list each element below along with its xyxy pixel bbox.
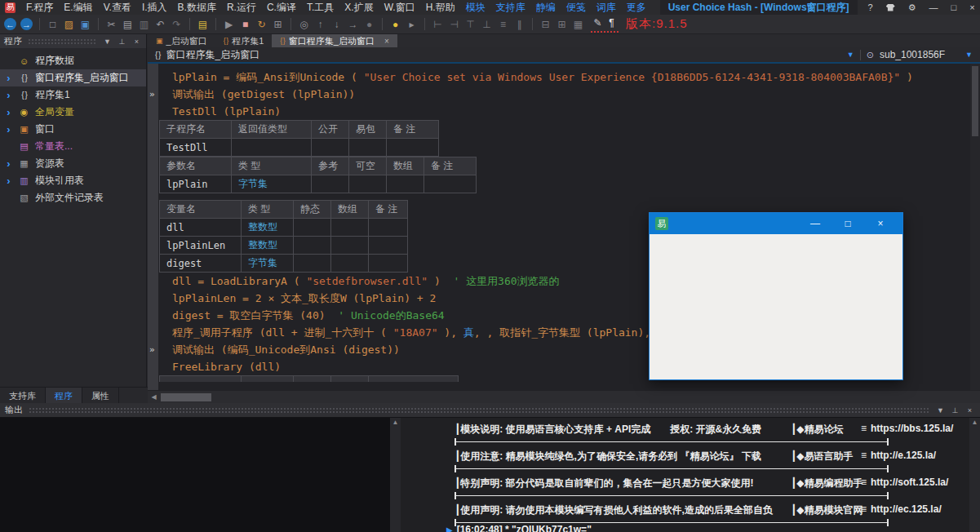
output-left-pane[interactable] — [0, 418, 390, 532]
format-icon[interactable]: ¶ — [605, 16, 619, 30]
tree-item-7[interactable]: ›▥模块引用表 — [0, 172, 146, 189]
editor-vertical-scrollbar[interactable] — [970, 64, 980, 390]
breakpoint-marker-icon[interactable]: » — [149, 86, 155, 103]
plugin-menu-4[interactable]: 词库 — [596, 1, 616, 15]
same-width-icon[interactable]: ⊟ — [539, 17, 552, 31]
plugin-menu-5[interactable]: 更多 — [627, 1, 646, 15]
output-log[interactable]: ┃模块说明: 使用易语言核心支持库 + API完成 授权: 开源&永久免费┃◆精… — [401, 418, 969, 532]
declaration-table[interactable]: 变量名类 型静态数组备 注dll整数型lpPlainLen整数型digest字节… — [159, 200, 408, 273]
table-cell[interactable]: dll — [160, 219, 242, 237]
editor-tab-1[interactable]: { }程序集1 — [215, 34, 273, 47]
tree-item-5[interactable]: ▤常量表... — [0, 138, 146, 155]
pin-icon[interactable]: ⊥ — [117, 38, 127, 46]
new-icon[interactable]: □ — [46, 17, 60, 31]
step-up-icon[interactable]: ↑ — [313, 17, 327, 31]
table-cell[interactable] — [424, 175, 477, 193]
table-header-cell[interactable]: 参考 — [312, 157, 349, 175]
output-url[interactable]: ≡https://bbs.125.la/ — [861, 423, 953, 434]
scroll-up-icon[interactable]: ▲ — [969, 419, 980, 426]
center-horizontal-icon[interactable]: ≡ — [496, 17, 510, 31]
output-url-text[interactable]: http://e.125.la/ — [871, 450, 936, 461]
menu-item-3[interactable]: I.插入 — [142, 1, 167, 15]
table-cell[interactable] — [294, 219, 331, 237]
plugin-menu-1[interactable]: 支持库 — [496, 1, 525, 15]
copy-icon[interactable]: ▤ — [121, 17, 135, 31]
chevron-down-icon[interactable]: ▼ — [847, 51, 854, 59]
minimize-icon[interactable]: — — [799, 218, 831, 229]
editor-horizontal-scrollbar[interactable]: ◀ — [148, 390, 980, 403]
pen-icon[interactable]: ✎ — [591, 16, 605, 30]
table-cell[interactable] — [349, 175, 387, 193]
menu-item-4[interactable]: B.数据库 — [178, 1, 216, 15]
stop-icon[interactable]: ■ — [238, 17, 252, 31]
plugin-menu-3[interactable]: 便笺 — [566, 1, 586, 15]
table-header-cell[interactable]: 备 注 — [369, 201, 408, 219]
maximize-icon[interactable]: □ — [831, 218, 864, 229]
compile-icon[interactable]: ⊞ — [271, 17, 285, 31]
table-cell[interactable] — [232, 139, 312, 157]
undo-icon[interactable]: ↶ — [153, 17, 167, 31]
expand-arrow-icon[interactable]: › — [4, 105, 13, 120]
expand-arrow-icon[interactable]: › — [4, 122, 13, 137]
tree-item-1[interactable]: ›{ }窗口程序集_启动窗口 — [0, 69, 146, 86]
table-cell[interactable]: TestDll — [160, 139, 232, 157]
table-header-cell[interactable]: 可空 — [349, 157, 387, 175]
table-cell[interactable] — [369, 219, 408, 237]
run-window[interactable]: 易 —□× — [649, 212, 903, 380]
menu-item-1[interactable]: E.编辑 — [64, 1, 92, 15]
close-icon[interactable]: × — [384, 37, 389, 46]
expand-arrow-icon[interactable]: › — [4, 88, 13, 103]
dropdown-icon[interactable]: ▼ — [102, 38, 113, 46]
table-cell[interactable] — [331, 219, 369, 237]
breakpoint-icon[interactable]: ● — [388, 17, 402, 31]
forward-icon[interactable]: → — [20, 18, 33, 30]
skin-icon[interactable] — [886, 4, 895, 11]
tree-item-6[interactable]: ›▦资源表 — [0, 155, 146, 172]
expand-arrow-icon[interactable]: › — [4, 71, 13, 86]
table-cell[interactable]: 字节集 — [242, 255, 294, 273]
center-vertical-icon[interactable]: ∥ — [512, 17, 526, 31]
close-icon[interactable]: × — [964, 406, 975, 415]
table-header-cell[interactable]: 公开 — [312, 121, 349, 139]
restore-icon[interactable]: □ — [951, 2, 957, 12]
output-url-text[interactable]: http://ec.125.la/ — [871, 503, 942, 515]
bookmark-icon[interactable]: ▸ — [405, 17, 419, 31]
step-down-icon[interactable]: ↓ — [330, 17, 344, 31]
close-icon[interactable]: × — [969, 2, 974, 12]
table-cell[interactable] — [349, 139, 387, 157]
align-right-icon[interactable]: ⊣ — [447, 17, 461, 31]
table-cell[interactable] — [387, 139, 439, 157]
table-header-cell[interactable]: 返回值类型 — [232, 121, 312, 139]
pin-icon[interactable]: ⊥ — [950, 406, 960, 415]
table-header-cell[interactable] — [331, 376, 369, 383]
run-window-titlebar[interactable]: 易 —□× — [650, 213, 902, 234]
table-cell[interactable]: lpPlain — [160, 175, 232, 193]
redo-icon[interactable]: ↷ — [170, 17, 184, 31]
restart-icon[interactable]: ↻ — [255, 17, 268, 31]
table-header-cell[interactable]: 数组 — [387, 157, 424, 175]
scroll-up-icon[interactable]: ▲ — [390, 419, 401, 426]
panel-tab-1[interactable]: 程序 — [46, 388, 82, 404]
panel-tab-0[interactable]: 支持库 — [0, 388, 46, 404]
help-icon[interactable]: ? — [868, 2, 873, 12]
menu-item-2[interactable]: V.查看 — [104, 1, 131, 15]
editor-tab-2[interactable]: { }窗口程序集_启动窗口× — [272, 34, 397, 47]
declaration-table[interactable]: 参数名类 型参考可空数组备 注lpPlain字节集 — [159, 157, 477, 193]
table-header-cell[interactable]: 易包 — [349, 121, 387, 139]
table-cell[interactable]: 字节集 — [232, 175, 312, 193]
table-header-cell[interactable] — [369, 376, 459, 383]
align-bottom-icon[interactable]: ⊥ — [480, 17, 494, 31]
close-icon[interactable]: × — [864, 218, 897, 229]
panel-tab-2[interactable]: 属性 — [82, 388, 119, 404]
find-icon[interactable]: ◎ — [297, 17, 311, 31]
table-cell[interactable] — [312, 139, 349, 157]
output-url-text[interactable]: http://soft.125.la/ — [871, 477, 948, 488]
table-cell[interactable] — [294, 255, 331, 273]
output-url-text[interactable]: https://bbs.125.la/ — [871, 423, 953, 434]
tree-item-3[interactable]: ›◉全局变量 — [0, 104, 146, 121]
table-header-cell[interactable] — [294, 376, 331, 383]
same-size-icon[interactable]: ⊞ — [555, 17, 569, 31]
scroll-left-icon[interactable]: ◀ — [149, 393, 159, 401]
grid-icon[interactable]: ▦ — [571, 17, 585, 31]
output-url[interactable]: ≡http://e.125.la/ — [861, 450, 936, 461]
